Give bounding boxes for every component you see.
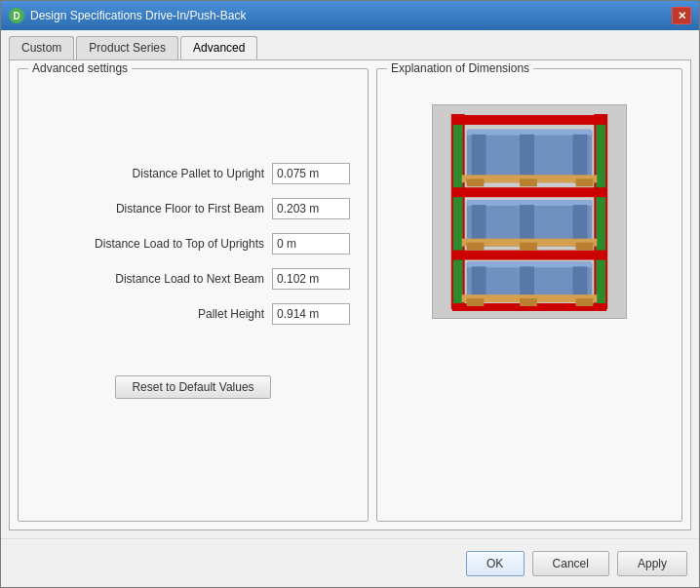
svg-rect-13 bbox=[467, 178, 485, 186]
field-row-floor-beam: Distance Floor to First Beam bbox=[36, 198, 350, 219]
svg-rect-23 bbox=[520, 243, 537, 251]
dimension-image bbox=[432, 104, 627, 319]
svg-rect-31 bbox=[467, 298, 485, 306]
svg-rect-3 bbox=[452, 115, 606, 125]
main-window: D Design Specifications Drive-In/Push-Ba… bbox=[0, 0, 700, 588]
close-button[interactable]: ✕ bbox=[672, 7, 691, 24]
label-load-next-beam: Distance Load to Next Beam bbox=[115, 272, 264, 286]
svg-rect-24 bbox=[576, 243, 594, 251]
input-load-next-beam[interactable] bbox=[272, 268, 350, 290]
label-pallet-upright: Distance Pallet to Upright bbox=[133, 167, 264, 180]
content-area: Advanced settings Distance Pallet to Upr… bbox=[1, 59, 699, 538]
apply-button[interactable]: Apply bbox=[617, 551, 687, 576]
right-panel: Explanation of Dimensions bbox=[376, 68, 682, 522]
ok-button[interactable]: OK bbox=[466, 551, 525, 576]
svg-rect-15 bbox=[576, 178, 594, 186]
left-panel: Advanced settings Distance Pallet to Upr… bbox=[18, 68, 369, 522]
label-floor-beam: Distance Floor to First Beam bbox=[116, 202, 264, 216]
tab-custom[interactable]: Custom bbox=[9, 36, 74, 59]
svg-rect-32 bbox=[520, 298, 537, 306]
svg-rect-2 bbox=[595, 115, 606, 308]
input-floor-beam[interactable] bbox=[272, 198, 350, 219]
input-load-uprights[interactable] bbox=[272, 233, 350, 255]
svg-rect-1 bbox=[452, 115, 464, 308]
window-title: Design Specifications Drive-In/Push-Back bbox=[30, 9, 246, 22]
bottom-bar: OK Cancel Apply bbox=[1, 538, 699, 587]
input-pallet-upright[interactable] bbox=[272, 163, 350, 184]
svg-rect-33 bbox=[576, 298, 594, 306]
tab-advanced[interactable]: Advanced bbox=[180, 36, 257, 59]
app-icon: D bbox=[9, 8, 24, 23]
label-pallet-height: Pallet Height bbox=[198, 307, 264, 321]
title-bar: D Design Specifications Drive-In/Push-Ba… bbox=[1, 1, 699, 30]
explanation-title: Explanation of Dimensions bbox=[387, 61, 533, 75]
explanation-group: Explanation of Dimensions bbox=[376, 68, 682, 522]
tab-product-series[interactable]: Product Series bbox=[76, 36, 178, 59]
label-load-uprights: Distance Load to Top of Uprights bbox=[95, 237, 264, 251]
field-row-pallet-upright: Distance Pallet to Upright bbox=[36, 163, 350, 184]
field-row-load-uprights: Distance Load to Top of Uprights bbox=[36, 233, 350, 255]
advanced-settings-group: Advanced settings Distance Pallet to Upr… bbox=[18, 68, 369, 522]
advanced-settings-title: Advanced settings bbox=[28, 61, 132, 75]
cancel-button[interactable]: Cancel bbox=[532, 551, 609, 576]
svg-rect-22 bbox=[467, 243, 485, 251]
svg-rect-14 bbox=[520, 178, 537, 186]
field-row-pallet-height: Pallet Height bbox=[36, 303, 350, 325]
tab-panel-advanced: Advanced settings Distance Pallet to Upr… bbox=[9, 59, 691, 530]
tabs-bar: Custom Product Series Advanced bbox=[1, 30, 699, 59]
svg-rect-5 bbox=[452, 251, 606, 260]
fields-area: Distance Pallet to Upright Distance Floo… bbox=[26, 163, 360, 325]
svg-rect-4 bbox=[452, 187, 606, 197]
input-pallet-height[interactable] bbox=[272, 303, 350, 325]
field-row-load-next-beam: Distance Load to Next Beam bbox=[36, 268, 350, 290]
reset-button[interactable]: Reset to Default Values bbox=[115, 375, 270, 399]
